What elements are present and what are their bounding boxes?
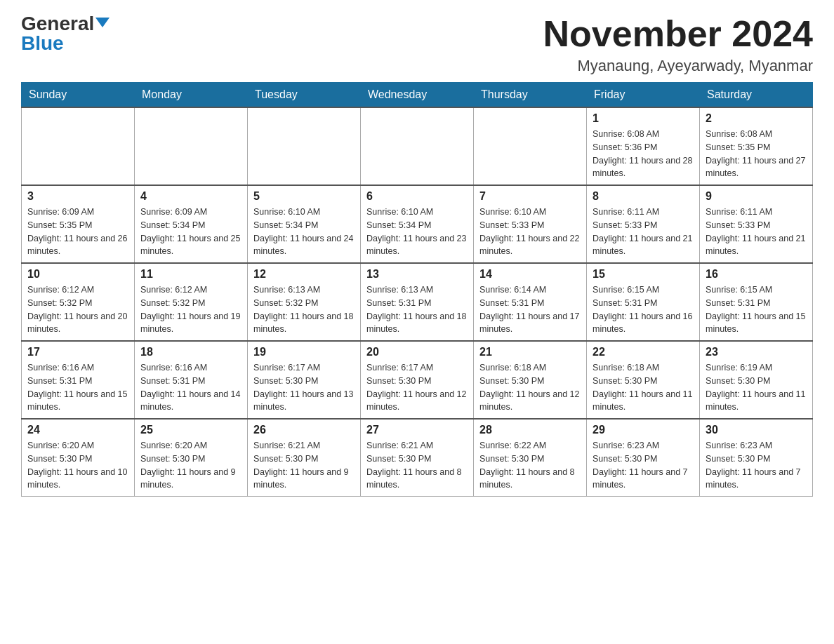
- day-info: Sunrise: 6:23 AM Sunset: 5:30 PM Dayligh…: [593, 439, 694, 492]
- day-info: Sunrise: 6:19 AM Sunset: 5:30 PM Dayligh…: [706, 361, 807, 414]
- logo-blue-text: Blue: [21, 34, 64, 53]
- day-number: 18: [140, 346, 241, 358]
- calendar-cell: 24Sunrise: 6:20 AM Sunset: 5:30 PM Dayli…: [22, 419, 135, 497]
- day-number: 23: [706, 346, 807, 358]
- day-number: 3: [27, 190, 128, 203]
- calendar-cell: 23Sunrise: 6:19 AM Sunset: 5:30 PM Dayli…: [700, 341, 813, 419]
- calendar-cell: 15Sunrise: 6:15 AM Sunset: 5:31 PM Dayli…: [587, 263, 700, 341]
- day-info: Sunrise: 6:11 AM Sunset: 5:33 PM Dayligh…: [706, 206, 807, 258]
- location-title: Myanaung, Ayeyarwady, Myanmar: [543, 57, 813, 75]
- day-info: Sunrise: 6:15 AM Sunset: 5:31 PM Dayligh…: [706, 283, 807, 336]
- calendar-cell: 3Sunrise: 6:09 AM Sunset: 5:35 PM Daylig…: [22, 185, 135, 263]
- month-title: November 2024: [543, 14, 813, 54]
- calendar-cell: 29Sunrise: 6:23 AM Sunset: 5:30 PM Dayli…: [587, 419, 700, 497]
- calendar-cell: 26Sunrise: 6:21 AM Sunset: 5:30 PM Dayli…: [248, 419, 361, 497]
- day-number: 19: [253, 346, 355, 358]
- calendar-cell: 20Sunrise: 6:17 AM Sunset: 5:30 PM Dayli…: [361, 341, 474, 419]
- col-header-friday: Friday: [587, 83, 700, 108]
- calendar-cell: 8Sunrise: 6:11 AM Sunset: 5:33 PM Daylig…: [587, 185, 700, 263]
- calendar-cell: 2Sunrise: 6:08 AM Sunset: 5:35 PM Daylig…: [700, 107, 813, 185]
- day-number: 1: [593, 112, 694, 125]
- calendar-header-row: SundayMondayTuesdayWednesdayThursdayFrid…: [22, 83, 813, 108]
- calendar-cell: [474, 107, 587, 185]
- day-number: 12: [253, 268, 355, 281]
- day-number: 5: [253, 190, 355, 203]
- col-header-tuesday: Tuesday: [248, 83, 361, 108]
- day-number: 6: [366, 190, 468, 203]
- day-info: Sunrise: 6:10 AM Sunset: 5:34 PM Dayligh…: [253, 206, 355, 258]
- calendar-cell: 14Sunrise: 6:14 AM Sunset: 5:31 PM Dayli…: [474, 263, 587, 341]
- day-info: Sunrise: 6:22 AM Sunset: 5:30 PM Dayligh…: [479, 439, 581, 492]
- day-number: 4: [140, 190, 241, 203]
- calendar-cell: 7Sunrise: 6:10 AM Sunset: 5:33 PM Daylig…: [474, 185, 587, 263]
- logo-arrow-icon: [95, 18, 110, 27]
- day-info: Sunrise: 6:20 AM Sunset: 5:30 PM Dayligh…: [140, 439, 241, 492]
- calendar-cell: 17Sunrise: 6:16 AM Sunset: 5:31 PM Dayli…: [22, 341, 135, 419]
- calendar-cell: 22Sunrise: 6:18 AM Sunset: 5:30 PM Dayli…: [587, 341, 700, 419]
- calendar-cell: 19Sunrise: 6:17 AM Sunset: 5:30 PM Dayli…: [248, 341, 361, 419]
- day-info: Sunrise: 6:16 AM Sunset: 5:31 PM Dayligh…: [140, 361, 241, 414]
- day-number: 14: [479, 268, 581, 281]
- calendar-cell: 11Sunrise: 6:12 AM Sunset: 5:32 PM Dayli…: [135, 263, 248, 341]
- week-row-1: 1Sunrise: 6:08 AM Sunset: 5:36 PM Daylig…: [22, 107, 813, 185]
- day-number: 28: [479, 424, 581, 436]
- calendar-table: SundayMondayTuesdayWednesdayThursdayFrid…: [21, 82, 813, 497]
- day-info: Sunrise: 6:11 AM Sunset: 5:33 PM Dayligh…: [593, 206, 694, 258]
- day-info: Sunrise: 6:20 AM Sunset: 5:30 PM Dayligh…: [27, 439, 128, 492]
- day-info: Sunrise: 6:21 AM Sunset: 5:30 PM Dayligh…: [253, 439, 355, 492]
- day-info: Sunrise: 6:21 AM Sunset: 5:30 PM Dayligh…: [366, 439, 468, 492]
- logo-general-text: General: [21, 14, 94, 34]
- calendar-cell: 5Sunrise: 6:10 AM Sunset: 5:34 PM Daylig…: [248, 185, 361, 263]
- day-info: Sunrise: 6:18 AM Sunset: 5:30 PM Dayligh…: [479, 361, 581, 414]
- calendar-cell: 30Sunrise: 6:23 AM Sunset: 5:30 PM Dayli…: [700, 419, 813, 497]
- page-header: General Blue November 2024 Myanaung, Aye…: [21, 14, 813, 75]
- day-number: 2: [706, 112, 807, 125]
- day-number: 16: [706, 268, 807, 281]
- week-row-2: 3Sunrise: 6:09 AM Sunset: 5:35 PM Daylig…: [22, 185, 813, 263]
- day-number: 21: [479, 346, 581, 358]
- day-number: 13: [366, 268, 468, 281]
- calendar-cell: 27Sunrise: 6:21 AM Sunset: 5:30 PM Dayli…: [361, 419, 474, 497]
- day-number: 10: [27, 268, 128, 281]
- day-info: Sunrise: 6:17 AM Sunset: 5:30 PM Dayligh…: [366, 361, 468, 414]
- calendar-cell: [135, 107, 248, 185]
- week-row-4: 17Sunrise: 6:16 AM Sunset: 5:31 PM Dayli…: [22, 341, 813, 419]
- week-row-3: 10Sunrise: 6:12 AM Sunset: 5:32 PM Dayli…: [22, 263, 813, 341]
- day-number: 24: [27, 424, 128, 436]
- col-header-saturday: Saturday: [700, 83, 813, 108]
- calendar-cell: [361, 107, 474, 185]
- calendar-cell: 1Sunrise: 6:08 AM Sunset: 5:36 PM Daylig…: [587, 107, 700, 185]
- col-header-thursday: Thursday: [474, 83, 587, 108]
- day-number: 26: [253, 424, 355, 436]
- calendar-cell: 25Sunrise: 6:20 AM Sunset: 5:30 PM Dayli…: [135, 419, 248, 497]
- col-header-sunday: Sunday: [22, 83, 135, 108]
- day-info: Sunrise: 6:12 AM Sunset: 5:32 PM Dayligh…: [140, 283, 241, 336]
- day-info: Sunrise: 6:15 AM Sunset: 5:31 PM Dayligh…: [593, 283, 694, 336]
- day-info: Sunrise: 6:13 AM Sunset: 5:32 PM Dayligh…: [253, 283, 355, 336]
- calendar-cell: 21Sunrise: 6:18 AM Sunset: 5:30 PM Dayli…: [474, 341, 587, 419]
- day-info: Sunrise: 6:08 AM Sunset: 5:35 PM Dayligh…: [706, 128, 807, 180]
- day-number: 29: [593, 424, 694, 436]
- calendar-cell: [248, 107, 361, 185]
- day-number: 22: [593, 346, 694, 358]
- day-number: 17: [27, 346, 128, 358]
- calendar-cell: 6Sunrise: 6:10 AM Sunset: 5:34 PM Daylig…: [361, 185, 474, 263]
- day-number: 30: [706, 424, 807, 436]
- calendar-cell: 18Sunrise: 6:16 AM Sunset: 5:31 PM Dayli…: [135, 341, 248, 419]
- day-info: Sunrise: 6:23 AM Sunset: 5:30 PM Dayligh…: [706, 439, 807, 492]
- calendar-cell: 13Sunrise: 6:13 AM Sunset: 5:31 PM Dayli…: [361, 263, 474, 341]
- calendar-cell: 9Sunrise: 6:11 AM Sunset: 5:33 PM Daylig…: [700, 185, 813, 263]
- col-header-wednesday: Wednesday: [361, 83, 474, 108]
- week-row-5: 24Sunrise: 6:20 AM Sunset: 5:30 PM Dayli…: [22, 419, 813, 497]
- day-info: Sunrise: 6:09 AM Sunset: 5:34 PM Dayligh…: [140, 206, 241, 258]
- day-info: Sunrise: 6:09 AM Sunset: 5:35 PM Dayligh…: [27, 206, 128, 258]
- day-info: Sunrise: 6:10 AM Sunset: 5:33 PM Dayligh…: [479, 206, 581, 258]
- day-number: 20: [366, 346, 468, 358]
- day-info: Sunrise: 6:16 AM Sunset: 5:31 PM Dayligh…: [27, 361, 128, 414]
- day-info: Sunrise: 6:12 AM Sunset: 5:32 PM Dayligh…: [27, 283, 128, 336]
- day-number: 27: [366, 424, 468, 436]
- day-number: 15: [593, 268, 694, 281]
- calendar-cell: 16Sunrise: 6:15 AM Sunset: 5:31 PM Dayli…: [700, 263, 813, 341]
- day-info: Sunrise: 6:08 AM Sunset: 5:36 PM Dayligh…: [593, 128, 694, 180]
- calendar-cell: 12Sunrise: 6:13 AM Sunset: 5:32 PM Dayli…: [248, 263, 361, 341]
